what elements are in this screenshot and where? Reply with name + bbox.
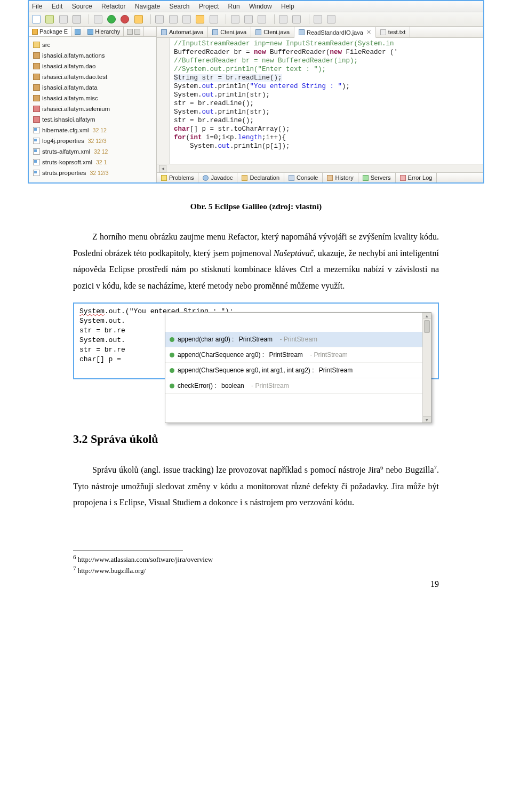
- editor-tab[interactable]: Automat.java: [157, 27, 208, 37]
- tree-item-label: struts.properties: [42, 168, 86, 178]
- view-tab-label: Servers: [371, 174, 391, 181]
- menu-navigate[interactable]: Navigate: [135, 3, 160, 10]
- text-file-icon: [380, 29, 386, 35]
- tab-package-explorer[interactable]: Package E: [29, 27, 71, 36]
- editor-tab[interactable]: ReadStandardIO.java✕: [294, 27, 376, 38]
- menu-run[interactable]: Run: [228, 3, 240, 10]
- figure5-caption: Obr. 5 Eclipse Galileo (zdroj: vlastní): [73, 198, 439, 214]
- save-icon[interactable]: [45, 15, 54, 23]
- tree-item[interactable]: hibernate.cfg.xml32 12: [33, 125, 152, 136]
- tree-item[interactable]: struts.properties32 12/3: [33, 168, 152, 178]
- horizontal-scrollbar[interactable]: ◂: [157, 164, 483, 172]
- save-all-icon[interactable]: [59, 15, 68, 23]
- tb-icon[interactable]: [196, 15, 204, 23]
- autocomplete-signature: append(CharSequence arg0) :: [178, 350, 266, 360]
- editor-tab[interactable]: Cteni.java: [208, 27, 251, 37]
- view-tab-console[interactable]: Console: [284, 173, 323, 182]
- view-tab-history[interactable]: History: [323, 173, 358, 182]
- popup-scrollbar[interactable]: ▴ ▾: [422, 313, 431, 423]
- java-file-icon: [161, 29, 167, 35]
- tb-icon[interactable]: [258, 15, 266, 23]
- method-icon: [170, 368, 174, 373]
- pkg-brown-icon: [33, 84, 40, 91]
- tb-icon[interactable]: [279, 15, 287, 23]
- debug-icon[interactable]: [94, 15, 102, 23]
- scroll-left-icon[interactable]: ◂: [159, 165, 166, 172]
- tree-item-label: src: [42, 39, 50, 50]
- menu-edit[interactable]: Edit: [52, 3, 63, 10]
- java-file-icon: [212, 29, 218, 35]
- menu-file[interactable]: File: [32, 3, 42, 10]
- code-editor[interactable]: //InputStreamReader inp=new InputStreamR…: [170, 38, 483, 164]
- footnote-6: http://www.atlassian.com/software/jira/o…: [78, 555, 213, 563]
- tb-icon[interactable]: [231, 15, 239, 23]
- tree-item[interactable]: src: [33, 39, 152, 50]
- tree-item[interactable]: ishasici.alfatym.data: [33, 82, 152, 93]
- menu-search[interactable]: Search: [170, 3, 190, 10]
- autocomplete-item[interactable]: append(CharSequence arg0) : PrintStream …: [165, 347, 431, 363]
- revision-note: 32 12: [94, 146, 108, 157]
- autocomplete-item[interactable]: checkError() : boolean - PrintStream: [165, 378, 431, 394]
- menu-project[interactable]: Project: [199, 3, 219, 10]
- tab-junit[interactable]: [71, 27, 84, 36]
- menu-window[interactable]: Window: [249, 3, 272, 10]
- scroll-thumb[interactable]: [424, 320, 430, 333]
- view-tab-error-log[interactable]: Error Log: [396, 173, 437, 182]
- tree-item[interactable]: ishasici.alfatym.selenium: [33, 104, 152, 114]
- editor-tab-label: Automat.java: [169, 29, 203, 35]
- pkg-brown-icon: [33, 63, 40, 69]
- tab-label: Hierarchy: [95, 28, 120, 35]
- autocomplete-item[interactable]: append(char arg0) : PrintStream - PrintS…: [165, 332, 431, 347]
- tb-icon[interactable]: [210, 15, 218, 23]
- menu-help[interactable]: Help: [281, 3, 294, 10]
- view-tab-declaration[interactable]: Declaration: [237, 173, 284, 182]
- tree-item[interactable]: ishasici.alfatym.actions: [33, 50, 152, 61]
- pkg-brown-icon: [33, 52, 40, 59]
- menu-refactor[interactable]: Refactor: [101, 3, 125, 10]
- tree-item[interactable]: test.ishasici.alfatym: [33, 114, 152, 125]
- tree-item[interactable]: ishasici.alfatym.misc: [33, 93, 152, 104]
- autocomplete-signature: append(char arg0) :: [178, 335, 236, 344]
- stop-icon[interactable]: [121, 15, 129, 23]
- tab-controls[interactable]: [124, 27, 144, 36]
- bottom-tabbar: ProblemsJavadocDeclarationConsoleHistory…: [157, 172, 483, 182]
- view-tab-javadoc[interactable]: Javadoc: [198, 173, 237, 182]
- tb-icon[interactable]: [169, 15, 178, 23]
- method-icon: [170, 353, 174, 357]
- back-icon[interactable]: [314, 15, 322, 23]
- junit-icon: [75, 29, 81, 35]
- revision-note: 32 12: [93, 125, 107, 136]
- tree-item[interactable]: struts-koprsoft.xml32 1: [33, 157, 152, 168]
- tree-item[interactable]: struts-alfatym.xml32 12: [33, 146, 152, 157]
- tree-item[interactable]: ishasici.alfatym.dao.test: [33, 71, 152, 82]
- decl-icon: [242, 175, 247, 181]
- editor-tab[interactable]: Cteni.java: [251, 27, 294, 37]
- tab-hierarchy[interactable]: Hierarchy: [84, 27, 124, 36]
- tree-item[interactable]: log4j.properties32 12/3: [33, 136, 152, 146]
- editor-tabbar: Automat.javaCteni.javaCteni.javaReadStan…: [157, 27, 483, 38]
- forward-icon[interactable]: [327, 15, 335, 23]
- close-icon[interactable]: ✕: [366, 29, 371, 36]
- scroll-up-icon[interactable]: ▴: [423, 313, 431, 319]
- view-tab-problems[interactable]: Problems: [157, 173, 198, 182]
- tb-icon[interactable]: [182, 15, 191, 23]
- run-icon[interactable]: [107, 15, 116, 23]
- serv-icon: [363, 175, 369, 181]
- autocomplete-item[interactable]: append(CharSequence arg0, int arg1, int …: [165, 363, 431, 378]
- paragraph-2: Správu úkolů (angl. issue tracking) lze …: [73, 462, 439, 511]
- tree-item[interactable]: ishasici.alfatym.dao: [33, 61, 152, 71]
- scroll-down-icon[interactable]: ▾: [423, 416, 431, 423]
- new-package-icon[interactable]: [134, 15, 143, 23]
- menu-source[interactable]: Source: [72, 3, 92, 10]
- editor-tab-label: ReadStandardIO.java: [307, 29, 363, 36]
- view-tab-servers[interactable]: Servers: [358, 173, 396, 182]
- tree-item-label: ishasici.alfatym.data: [42, 82, 98, 93]
- tree-item-label: ishasici.alfatym.dao.test: [42, 71, 107, 82]
- tb-icon[interactable]: [292, 15, 301, 23]
- new-icon[interactable]: [32, 15, 41, 23]
- tb-icon[interactable]: [244, 15, 253, 23]
- editor-tab[interactable]: test.txt: [376, 27, 410, 37]
- tb-icon[interactable]: [155, 15, 164, 23]
- cons-icon: [289, 175, 294, 181]
- print-icon[interactable]: [73, 15, 81, 23]
